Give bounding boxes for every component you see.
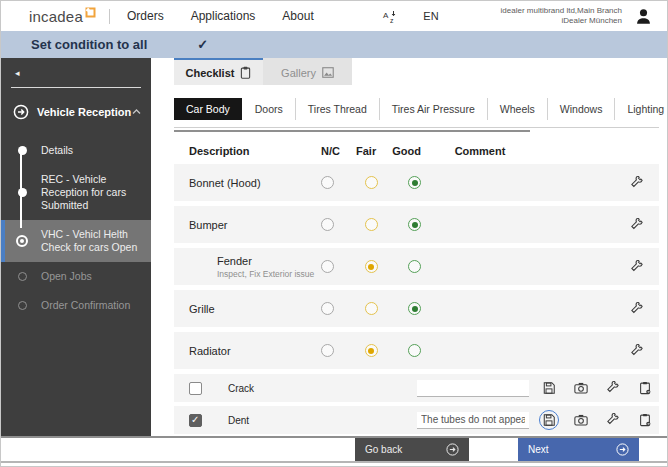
step-bullet — [18, 146, 27, 155]
topbar-divider — [109, 9, 110, 24]
radio-nc[interactable] — [321, 302, 334, 315]
tab-checklist[interactable]: Checklist — [174, 58, 263, 85]
row-radiator: Radiator — [174, 332, 659, 369]
header-nc: N/C — [321, 145, 340, 157]
clipboard-export-icon[interactable] — [635, 410, 655, 430]
go-back-label: Go back — [365, 444, 402, 455]
wrench-icon[interactable] — [603, 410, 623, 430]
wrench-icon[interactable] — [627, 341, 647, 361]
tab-gallery[interactable]: Gallery — [263, 58, 352, 85]
logo-text: incadea — [29, 8, 83, 25]
section-title: Vehicle Reception — [37, 106, 132, 118]
footer-bar: Go back Next — [1, 436, 667, 463]
step-order-confirmation[interactable]: Order Confirmation — [1, 291, 151, 320]
save-icon[interactable] — [539, 410, 559, 430]
step-rec-vehicle-reception[interactable]: REC - Vehicle Reception for cars Submitt… — [1, 165, 151, 220]
row-label: Radiator — [189, 345, 321, 357]
radio-fair[interactable] — [365, 302, 378, 315]
radio-fair[interactable] — [365, 344, 378, 357]
step-open-jobs[interactable]: Open Jobs — [1, 262, 151, 291]
set-condition-bar: Set condition to all ✓ — [1, 31, 667, 58]
radio-good[interactable] — [408, 260, 421, 273]
sort-az-icon[interactable]: Az — [382, 9, 397, 24]
radio-fair[interactable] — [365, 260, 378, 273]
step-label: VHC - Vehicl Helth Check for cars Open — [41, 228, 137, 253]
category-windows[interactable]: Windows — [547, 98, 615, 120]
row-label: Crack — [228, 383, 254, 394]
nav-about[interactable]: About — [282, 9, 313, 23]
row-label: Dent — [228, 415, 249, 426]
dealer-line2: iDealer München — [501, 16, 622, 26]
main-panel: Checklist Gallery Car Body Doors Tires T… — [151, 58, 667, 436]
dealer-line1: idealer multibrand ltd,Main Branch — [501, 6, 622, 16]
radio-good[interactable] — [408, 218, 421, 231]
radio-fair[interactable] — [365, 218, 378, 231]
nav-applications[interactable]: Applications — [191, 9, 256, 23]
category-tires-thread[interactable]: Tires Thread — [295, 98, 379, 120]
circle-arrow-icon — [446, 443, 459, 456]
svg-text:z: z — [390, 17, 394, 24]
category-underline — [174, 127, 659, 128]
category-wheels[interactable]: Wheels — [487, 98, 547, 120]
wrench-icon[interactable] — [627, 215, 647, 235]
user-avatar-icon[interactable] — [634, 7, 653, 26]
category-car-body[interactable]: Car Body — [174, 98, 242, 120]
radio-nc[interactable] — [321, 218, 334, 231]
next-button[interactable]: Next — [518, 438, 639, 461]
camera-icon[interactable] — [571, 378, 591, 398]
category-lighting[interactable]: Lighting — [614, 98, 668, 120]
sidebar-section-vehicle-reception[interactable]: Vehicle Reception — [1, 88, 151, 120]
step-details[interactable]: Details — [1, 136, 151, 165]
language-selector[interactable]: EN — [423, 10, 438, 22]
radio-nc[interactable] — [321, 260, 334, 273]
radio-good[interactable] — [408, 176, 421, 189]
radio-fair[interactable] — [365, 176, 378, 189]
camera-icon[interactable] — [571, 410, 591, 430]
category-doors[interactable]: Doors — [242, 98, 295, 120]
wrench-icon[interactable] — [627, 257, 647, 277]
dent-comment-input[interactable] — [417, 412, 529, 429]
stepper: Details REC - Vehicle Reception for cars… — [1, 136, 151, 320]
dent-checkbox[interactable] — [189, 414, 202, 427]
crack-checkbox[interactable] — [189, 382, 202, 395]
sidebar-collapse-icon[interactable]: ◂ — [1, 58, 151, 78]
row-grille: Grille — [174, 290, 659, 327]
row-label: Bumper — [189, 219, 321, 231]
category-tires-air-pressure[interactable]: Tires Air Pressure — [379, 98, 487, 120]
image-icon — [322, 67, 334, 78]
wrench-icon[interactable] — [603, 378, 623, 398]
step-label: Details — [41, 144, 73, 156]
dealer-info: idealer multibrand ltd,Main Branch iDeal… — [501, 6, 622, 26]
step-bullet — [18, 301, 27, 310]
set-condition-check-icon[interactable]: ✓ — [197, 37, 208, 52]
step-bullet — [18, 272, 27, 281]
category-scroll-indicator[interactable] — [174, 130, 530, 132]
radio-good[interactable] — [408, 302, 421, 315]
step-label: Order Confirmation — [41, 299, 130, 311]
radio-nc[interactable] — [321, 176, 334, 189]
radio-nc[interactable] — [321, 344, 334, 357]
step-vhc-health-check[interactable]: VHC - Vehicl Helth Check for cars Open — [1, 220, 151, 262]
circle-arrow-icon — [13, 104, 29, 120]
row-dent: Dent — [174, 406, 659, 434]
tab-label: Checklist — [186, 67, 235, 79]
clipboard-export-icon[interactable] — [635, 378, 655, 398]
go-back-button[interactable]: Go back — [355, 438, 469, 461]
checklist-rows: Bonnet (Hood) Bumper — [174, 164, 659, 434]
incadea-logo[interactable]: incadea — [29, 8, 96, 25]
sidebar: ◂ Vehicle Reception Details REC - Veh — [1, 58, 151, 436]
row-bonnet-hood: Bonnet (Hood) — [174, 164, 659, 201]
circle-arrow-icon — [616, 443, 629, 456]
category-tabs: Car Body Doors Tires Thread Tires Air Pr… — [174, 98, 659, 120]
chevron-up-icon[interactable] — [132, 109, 141, 115]
radio-good[interactable] — [408, 344, 421, 357]
save-icon[interactable] — [539, 378, 559, 398]
row-fender: Fender Inspect, Fix Exterior issue — [174, 248, 659, 285]
row-crack: Crack — [174, 374, 659, 402]
crack-comment-input[interactable] — [417, 380, 529, 397]
wrench-icon[interactable] — [627, 299, 647, 319]
wrench-icon[interactable] — [627, 173, 647, 193]
nav-orders[interactable]: Orders — [127, 9, 164, 23]
table-header: Description N/C Fair Good Comment — [174, 145, 659, 157]
logo-cube-icon — [83, 8, 96, 18]
